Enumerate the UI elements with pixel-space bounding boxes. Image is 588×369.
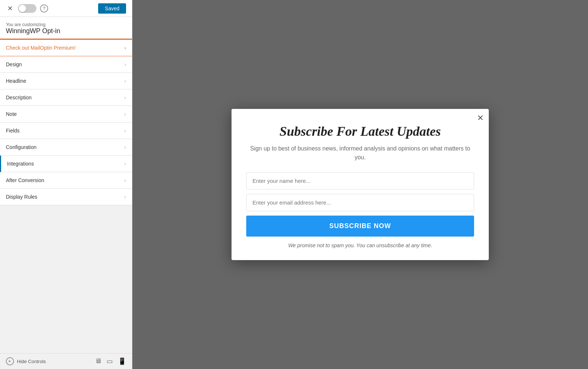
sidebar-item-integrations[interactable]: Integrations ›: [0, 156, 132, 172]
sidebar-item-design[interactable]: Design ›: [0, 56, 132, 73]
sidebar-item-label: Description: [6, 95, 32, 100]
sidebar-item-premium[interactable]: Check out MailOptin Premium! ›: [0, 40, 132, 56]
device-icons: 🖥 ▭ 📱: [95, 357, 126, 365]
sidebar-item-headline[interactable]: Headline ›: [0, 73, 132, 89]
subscribe-button[interactable]: SUBSCRIBE NOW: [246, 216, 474, 237]
customizing-label: You are customizing: [6, 22, 126, 27]
close-button[interactable]: ✕: [6, 4, 14, 13]
sidebar-item-after-conversion[interactable]: After Conversion ›: [0, 172, 132, 189]
main-area: ✕ Subscribe For Latest Updates Sign up t…: [132, 0, 588, 369]
sidebar-menu: Check out MailOptin Premium! › Design › …: [0, 40, 132, 353]
sidebar-item-label: Note: [6, 111, 17, 117]
chevron-right-icon: ›: [124, 161, 126, 167]
hide-circle-icon: [6, 357, 14, 365]
chevron-right-icon: ›: [124, 144, 126, 150]
sidebar-footer: Hide Controls 🖥 ▭ 📱: [0, 353, 132, 369]
sidebar-item-label: Check out MailOptin Premium!: [6, 45, 76, 51]
chevron-right-icon: ›: [124, 95, 126, 100]
sidebar-item-fields[interactable]: Fields ›: [0, 123, 132, 139]
chevron-right-icon: ›: [124, 78, 126, 84]
svg-marker-0: [9, 360, 11, 362]
sidebar: ✕ ? Saved You are customizing WinningWP …: [0, 0, 132, 369]
sidebar-item-label: Headline: [6, 78, 26, 84]
name-input[interactable]: [246, 172, 474, 189]
sidebar-item-display-rules[interactable]: Display Rules ›: [0, 189, 132, 205]
sidebar-item-label: Fields: [6, 128, 19, 134]
chevron-right-icon: ›: [124, 61, 126, 67]
sidebar-item-label: Integrations: [7, 161, 34, 167]
sidebar-item-label: Display Rules: [6, 194, 37, 200]
sidebar-item-configuration[interactable]: Configuration ›: [0, 139, 132, 156]
sidebar-item-label: Configuration: [6, 144, 36, 150]
tablet-icon[interactable]: ▭: [107, 357, 113, 365]
sidebar-item-label: After Conversion: [6, 177, 44, 183]
email-input[interactable]: [246, 194, 474, 211]
hide-controls-button[interactable]: Hide Controls: [6, 357, 46, 365]
customizing-title: WinningWP Opt-in: [6, 27, 126, 35]
modal-title: Subscribe For Latest Updates: [246, 124, 474, 139]
mobile-icon[interactable]: 📱: [118, 357, 126, 365]
modal-subtitle: Sign up to best of business news, inform…: [246, 144, 474, 162]
sidebar-item-note[interactable]: Note ›: [0, 106, 132, 123]
chevron-right-icon: ›: [124, 128, 126, 134]
chevron-right-icon: ›: [124, 45, 126, 51]
chevron-right-icon: ›: [124, 177, 126, 183]
chevron-right-icon: ›: [124, 194, 126, 200]
modal-footer-text: We promise not to spam you. You can unsu…: [246, 242, 474, 248]
sidebar-header: ✕ ? Saved: [0, 0, 132, 17]
toggle-switch[interactable]: [18, 4, 36, 13]
sidebar-item-label: Design: [6, 61, 22, 67]
chevron-right-icon: ›: [124, 111, 126, 117]
sidebar-item-description[interactable]: Description ›: [0, 89, 132, 106]
help-icon[interactable]: ?: [40, 4, 48, 13]
saved-button[interactable]: Saved: [98, 3, 126, 14]
desktop-icon[interactable]: 🖥: [95, 357, 101, 365]
modal-close-button[interactable]: ✕: [477, 114, 484, 122]
customizing-section: You are customizing WinningWP Opt-in: [0, 17, 132, 40]
modal: ✕ Subscribe For Latest Updates Sign up t…: [232, 109, 489, 260]
hide-controls-label: Hide Controls: [17, 359, 46, 364]
